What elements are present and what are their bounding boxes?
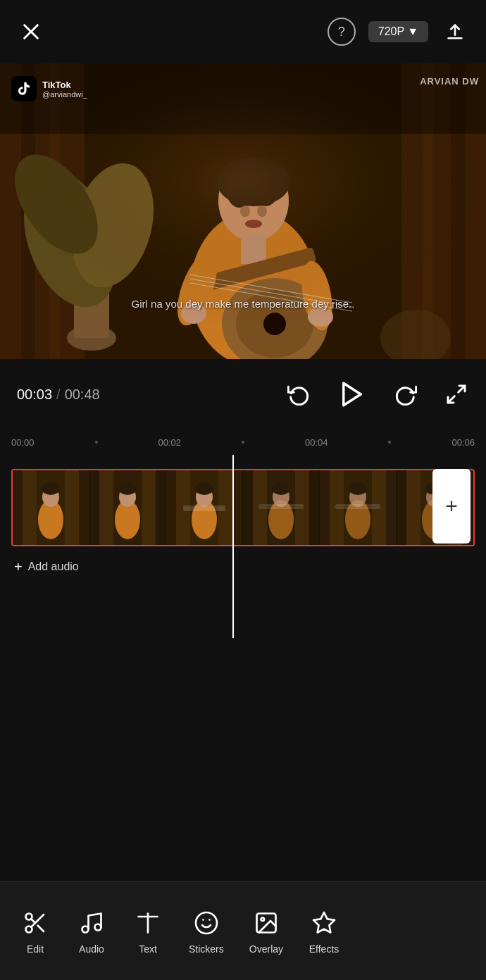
thumb-frame-3: [166, 470, 243, 545]
svg-line-92: [31, 919, 35, 923]
music-note-icon: [77, 908, 106, 938]
playback-buttons: [286, 379, 469, 410]
close-button[interactable]: [17, 18, 45, 46]
tiktok-logo: [11, 76, 37, 101]
timeline-area: +: [0, 455, 486, 638]
video-subtitle: Girl na you dey make me temperature dey …: [132, 298, 355, 310]
svg-rect-45: [23, 470, 37, 545]
tool-stickers[interactable]: Stickers: [176, 889, 237, 974]
thumb-frame-5: [320, 470, 397, 545]
svg-point-101: [261, 917, 264, 921]
playhead: [232, 455, 234, 638]
timeline-ruler: 00:00 00:02 00:04 00:06: [0, 429, 486, 455]
ruler-mark-6: 00:06: [451, 437, 475, 448]
top-bar-right: ? 720P ▼: [328, 18, 469, 46]
add-audio-label: Add audio: [28, 560, 79, 573]
svg-rect-80: [335, 504, 380, 509]
tool-audio[interactable]: Audio: [63, 889, 120, 974]
bottom-toolbar: Edit Audio Text: [0, 881, 486, 980]
tool-edit-label: Edit: [27, 943, 44, 955]
add-audio-row: + Add audio: [0, 549, 486, 584]
tool-edit[interactable]: Edit: [7, 889, 63, 974]
add-audio-button[interactable]: + Add audio: [14, 559, 79, 575]
export-button[interactable]: [441, 18, 469, 46]
svg-point-71: [272, 482, 290, 495]
svg-point-49: [42, 482, 60, 495]
time-separator: /: [56, 387, 61, 403]
thumbnail-strip: [13, 470, 473, 545]
ruler-dot-2: [242, 441, 244, 444]
quality-selector[interactable]: 720P ▼: [368, 21, 428, 42]
tool-text[interactable]: Text: [120, 889, 176, 974]
svg-rect-53: [142, 470, 156, 545]
tool-overlay[interactable]: Overlay: [237, 889, 296, 974]
svg-point-79: [349, 482, 367, 495]
tiktok-watermark: TikTok @arviandwi_: [11, 76, 87, 101]
playback-controls-area: 00:03 / 00:48: [0, 359, 486, 429]
text-t-icon: [133, 908, 163, 938]
svg-rect-83: [406, 470, 420, 545]
tool-audio-label: Audio: [79, 943, 104, 955]
tool-stickers-label: Stickers: [189, 943, 224, 955]
thumb-frame-1: [13, 470, 89, 545]
redo-button[interactable]: [393, 382, 418, 407]
video-preview: TikTok @arviandwi_ ARVIAN DW Girl na you…: [0, 63, 486, 359]
ruler-dot-1: [95, 441, 98, 444]
video-canvas: [0, 63, 486, 359]
tool-overlay-label: Overlay: [249, 943, 283, 955]
tool-effects-label: Effects: [309, 943, 339, 955]
video-timeline-track[interactable]: [11, 469, 475, 546]
svg-rect-72: [258, 504, 304, 509]
tool-effects[interactable]: Effects: [296, 889, 352, 974]
svg-rect-46: [65, 470, 79, 545]
fullscreen-button[interactable]: [444, 382, 469, 407]
help-button[interactable]: ?: [328, 18, 356, 46]
svg-rect-39: [0, 63, 486, 359]
creator-name-watermark: ARVIAN DW: [420, 76, 479, 87]
svg-rect-52: [99, 470, 113, 545]
ruler-mark-0: 00:00: [11, 437, 35, 448]
play-button[interactable]: [337, 379, 368, 410]
svg-point-97: [196, 912, 217, 934]
tiktok-info: TikTok @arviandwi_: [42, 80, 87, 99]
add-clip-button[interactable]: +: [432, 469, 471, 544]
svg-point-93: [82, 926, 89, 932]
undo-button[interactable]: [286, 382, 311, 407]
svg-line-91: [38, 925, 44, 931]
time-display: 00:03 / 00:48: [0, 379, 486, 410]
tiktok-platform-name: TikTok: [42, 80, 87, 90]
scissors-icon: [20, 908, 50, 938]
tiktok-creator-handle: @arviandwi_: [42, 90, 87, 99]
svg-rect-64: [183, 505, 225, 511]
tool-text-label: Text: [139, 943, 157, 955]
ruler-marks: 00:00 00:02 00:04 00:06: [11, 437, 475, 448]
svg-point-63: [195, 482, 213, 495]
video-background: TikTok @arviandwi_ ARVIAN DW Girl na you…: [0, 63, 486, 359]
svg-marker-40: [344, 383, 361, 406]
total-time: 00:48: [65, 387, 100, 403]
sparkle-star-icon: [309, 908, 339, 938]
current-time: 00:03: [17, 387, 52, 403]
svg-point-56: [118, 482, 137, 495]
svg-marker-102: [313, 912, 335, 933]
overlay-image-icon: [251, 908, 281, 938]
top-bar: ? 720P ▼: [0, 0, 486, 63]
ruler-mark-2: 00:02: [158, 437, 181, 448]
thumb-frame-2: [89, 470, 166, 545]
sticker-circle-icon: [192, 908, 221, 938]
ruler-mark-4: 00:04: [305, 437, 328, 448]
ruler-dot-3: [388, 441, 391, 444]
thumb-frame-4: [243, 470, 320, 545]
